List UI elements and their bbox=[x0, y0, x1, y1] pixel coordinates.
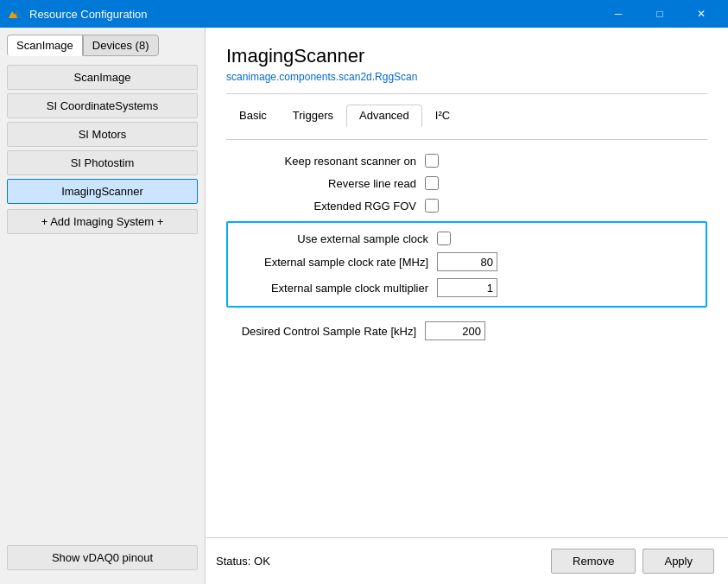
tab-underline bbox=[226, 139, 707, 140]
ext-clock-mult-input[interactable] bbox=[437, 278, 497, 297]
sidebar-item-scanimage[interactable]: ScanImage bbox=[7, 65, 198, 90]
add-imaging-system-button[interactable]: + Add Imaging System + bbox=[7, 209, 198, 234]
show-pinout-button[interactable]: Show vDAQ0 pinout bbox=[7, 545, 198, 570]
title-divider bbox=[226, 93, 707, 94]
sidebar-item-si-photostim[interactable]: SI Photostim bbox=[7, 150, 198, 175]
tab-basic[interactable]: Basic bbox=[226, 105, 280, 126]
status-label: Status: bbox=[216, 555, 254, 568]
extended-rgg-checkbox[interactable] bbox=[425, 199, 439, 213]
tab-advanced[interactable]: Advanced bbox=[346, 105, 422, 127]
tab-triggers[interactable]: Triggers bbox=[280, 105, 346, 126]
page-title: ImagingScanner bbox=[226, 45, 707, 67]
close-button[interactable]: ✕ bbox=[681, 0, 721, 28]
tab-i2c[interactable]: I²C bbox=[422, 105, 463, 126]
page-subtitle: scanimage.components.scan2d.RggScan bbox=[226, 71, 707, 83]
desired-rate-input[interactable] bbox=[425, 321, 485, 340]
tab-bar: Basic Triggers Advanced I²C bbox=[226, 105, 707, 126]
sidebar-item-si-coord[interactable]: SI CoordinateSystems bbox=[7, 93, 198, 118]
status-value: OK bbox=[254, 555, 270, 568]
use-ext-clock-checkbox[interactable] bbox=[437, 232, 451, 245]
reverse-line-checkbox[interactable] bbox=[425, 176, 439, 190]
sidebar-tab-devices[interactable]: Devices (8) bbox=[83, 35, 159, 56]
main-layout: ScanImage Devices (8) ScanImage SI Coord… bbox=[0, 28, 728, 584]
ext-clock-rate-row: External sample clock rate [MHz] bbox=[238, 252, 695, 271]
use-ext-clock-row: Use external sample clock bbox=[238, 232, 695, 245]
keep-resonant-row: Keep resonant scanner on bbox=[226, 154, 707, 168]
remove-button[interactable]: Remove bbox=[551, 549, 636, 574]
status-text: Status: OK bbox=[212, 555, 551, 568]
ext-clock-mult-row: External sample clock multiplier bbox=[238, 278, 695, 297]
content-area: ImagingScanner scanimage.components.scan… bbox=[206, 28, 728, 584]
ext-clock-rate-input[interactable] bbox=[437, 252, 497, 271]
ext-clock-mult-label: External sample clock multiplier bbox=[238, 282, 437, 295]
apply-button[interactable]: Apply bbox=[643, 549, 714, 574]
ext-clock-rate-label: External sample clock rate [MHz] bbox=[238, 256, 437, 269]
sidebar: ScanImage Devices (8) ScanImage SI Coord… bbox=[0, 28, 206, 584]
desired-rate-label: Desired Control Sample Rate [kHz] bbox=[226, 325, 425, 338]
extended-rgg-label: Extended RGG FOV bbox=[226, 200, 425, 213]
keep-resonant-label: Keep resonant scanner on bbox=[226, 155, 425, 168]
window-title: Resource Configuration bbox=[29, 8, 598, 21]
sidebar-tab-scanimage[interactable]: ScanImage bbox=[7, 35, 83, 56]
extended-rgg-row: Extended RGG FOV bbox=[226, 199, 707, 213]
sidebar-item-si-motors[interactable]: SI Motors bbox=[7, 122, 198, 147]
sidebar-item-imaging-scanner[interactable]: ImagingScanner bbox=[7, 179, 198, 204]
app-icon bbox=[7, 5, 24, 22]
maximize-button[interactable]: □ bbox=[640, 0, 680, 28]
sidebar-tab-bar: ScanImage Devices (8) bbox=[7, 35, 198, 56]
window-controls: ─ □ ✕ bbox=[598, 0, 721, 28]
keep-resonant-checkbox[interactable] bbox=[425, 154, 439, 168]
sidebar-bottom: Show vDAQ0 pinout bbox=[0, 538, 205, 577]
status-bar: Status: OK Remove Apply bbox=[206, 537, 728, 584]
reverse-line-row: Reverse line read bbox=[226, 176, 707, 190]
reverse-line-label: Reverse line read bbox=[226, 177, 425, 190]
form-area: Keep resonant scanner on Reverse line re… bbox=[226, 154, 707, 537]
external-clock-box: Use external sample clock External sampl… bbox=[226, 221, 707, 308]
minimize-button[interactable]: ─ bbox=[598, 0, 638, 28]
desired-rate-row: Desired Control Sample Rate [kHz] bbox=[226, 321, 707, 340]
use-ext-clock-label: Use external sample clock bbox=[238, 232, 437, 245]
titlebar: Resource Configuration ─ □ ✕ bbox=[0, 0, 728, 28]
